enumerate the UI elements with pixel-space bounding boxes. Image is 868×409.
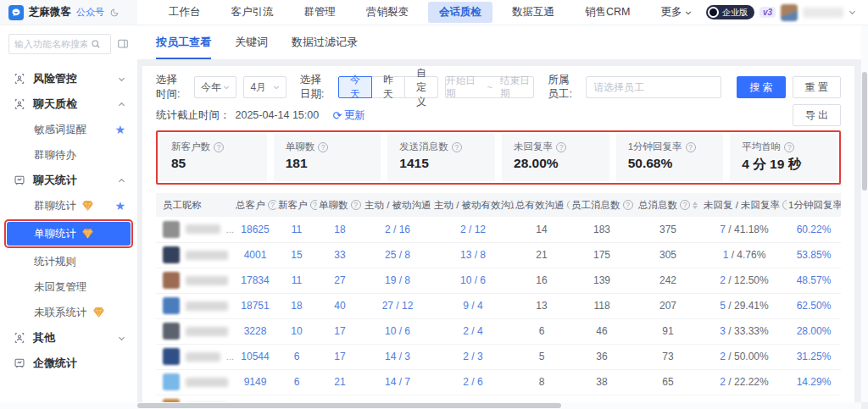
- star-icon[interactable]: ★: [114, 200, 125, 212]
- unreplied-count-value[interactable]: 2: [720, 376, 726, 388]
- new-customers-value[interactable]: 10: [291, 325, 302, 337]
- single-chats-value[interactable]: 33: [334, 249, 345, 261]
- nav-item-workbench[interactable]: 工作台: [158, 2, 212, 23]
- active-passive-value[interactable]: 10 / 6: [385, 325, 410, 337]
- nav-item-sales-crm[interactable]: 销售CRM: [574, 2, 641, 23]
- nav-item-customer-acquisition[interactable]: 客户引流: [220, 2, 285, 23]
- active-passive-value[interactable]: 2 / 16: [385, 224, 410, 235]
- new-customers-value[interactable]: 6: [294, 376, 300, 388]
- new-customers-value[interactable]: 18: [291, 300, 302, 312]
- one-min-reply-rate-value[interactable]: 60.22%: [797, 224, 832, 235]
- sidebar-item-unreplied-management[interactable]: 未回复管理: [0, 274, 137, 300]
- new-customers-value[interactable]: 6: [294, 351, 300, 362]
- sidebar-item-group-chat-stats[interactable]: 群聊统计 ★: [0, 193, 137, 218]
- today-button[interactable]: 今天: [338, 76, 372, 98]
- single-chats-value[interactable]: 17: [334, 325, 345, 337]
- one-min-reply-rate-value[interactable]: 62.50%: [797, 300, 832, 312]
- total-customers-value[interactable]: 9149: [244, 376, 267, 388]
- help-icon[interactable]: ?: [556, 142, 566, 152]
- active-passive-valid-value[interactable]: 9 / 4: [463, 300, 482, 312]
- year-select[interactable]: 今年: [194, 76, 237, 98]
- help-icon[interactable]: ?: [318, 142, 328, 152]
- one-min-reply-rate-value[interactable]: 31.25%: [797, 351, 832, 362]
- yesterday-button[interactable]: 昨天: [371, 76, 405, 98]
- help-icon[interactable]: ?: [268, 200, 277, 210]
- star-icon[interactable]: ★: [114, 124, 125, 135]
- dark-mode-icon[interactable]: [109, 8, 120, 18]
- help-icon[interactable]: ?: [623, 200, 633, 210]
- help-icon[interactable]: ?: [310, 200, 318, 210]
- help-icon[interactable]: ?: [567, 200, 570, 210]
- nav-item-data-interchange[interactable]: 数据互通: [501, 2, 565, 23]
- active-passive-value[interactable]: 25 / 8: [385, 249, 410, 261]
- sidebar-group-other[interactable]: 其他: [0, 325, 137, 351]
- single-chats-value[interactable]: 40: [334, 300, 345, 312]
- single-chats-value[interactable]: 18: [334, 224, 345, 235]
- help-icon[interactable]: ?: [214, 142, 224, 152]
- search-button[interactable]: 搜 索: [737, 76, 785, 98]
- active-passive-valid-value[interactable]: 2 / 12: [460, 224, 486, 235]
- vertical-scrollbar-thumb[interactable]: [862, 72, 867, 191]
- active-passive-value[interactable]: 14 / 7: [385, 376, 410, 388]
- nav-item-marketing-fission[interactable]: 营销裂变: [355, 2, 420, 23]
- tab-by-employee[interactable]: 按员工查看: [156, 35, 211, 59]
- unreplied-count-value[interactable]: 7: [720, 224, 726, 235]
- sidebar-group-chat-statistics[interactable]: 聊天统计: [0, 168, 137, 193]
- single-chats-value[interactable]: 21: [334, 376, 345, 388]
- month-select[interactable]: 4月: [243, 76, 287, 98]
- unreplied-count-value[interactable]: 5: [720, 300, 726, 312]
- vertical-scrollbar[interactable]: [861, 25, 868, 402]
- active-passive-valid-value[interactable]: 10 / 6: [460, 274, 486, 286]
- reset-button[interactable]: 重 置: [793, 76, 841, 98]
- horizontal-scrollbar[interactable]: [0, 402, 861, 409]
- one-min-reply-rate-value[interactable]: 48.57%: [797, 274, 832, 286]
- chevron-down-icon[interactable]: [849, 8, 856, 16]
- sidebar-group-chat-qc[interactable]: 聊天质检: [0, 91, 137, 117]
- sidebar-item-group-chat-todo[interactable]: 群聊待办: [0, 142, 137, 168]
- one-min-reply-rate-value[interactable]: 14.29%: [797, 376, 832, 388]
- sidebar-item-statistics-rules[interactable]: 统计规则: [0, 249, 137, 274]
- total-customers-value[interactable]: 17834: [241, 274, 269, 286]
- help-icon[interactable]: ?: [686, 142, 696, 152]
- tab-keywords[interactable]: 关键词: [235, 35, 268, 59]
- active-passive-valid-value[interactable]: 2 / 3: [463, 351, 482, 362]
- sidebar-item-single-chat-stats[interactable]: 单聊统计: [7, 222, 131, 246]
- single-chats-value[interactable]: 17: [334, 351, 345, 362]
- sidebar-item-uncontacted-stats[interactable]: 未联系统计: [0, 300, 137, 325]
- one-min-reply-rate-value[interactable]: 53.85%: [797, 249, 832, 261]
- active-passive-value[interactable]: 19 / 8: [385, 274, 410, 286]
- sidebar-search[interactable]: [8, 34, 111, 54]
- help-icon[interactable]: ?: [680, 200, 690, 210]
- new-customers-value[interactable]: 11: [292, 274, 302, 286]
- total-customers-value[interactable]: 4001: [244, 249, 267, 261]
- total-customers-value[interactable]: 3228: [244, 325, 267, 337]
- tab-data-filter-records[interactable]: 数据过滤记录: [292, 35, 358, 59]
- active-passive-value[interactable]: 27 / 12: [382, 300, 414, 312]
- help-icon[interactable]: ?: [351, 200, 361, 210]
- account-type-link[interactable]: 公众号: [76, 6, 104, 19]
- staff-select-input[interactable]: [586, 76, 721, 98]
- collapse-sidebar-icon[interactable]: [117, 38, 129, 50]
- single-chats-value[interactable]: 27: [334, 274, 345, 286]
- help-icon[interactable]: ?: [782, 200, 787, 210]
- active-passive-valid-value[interactable]: 2 / 6: [463, 376, 482, 388]
- search-input[interactable]: [14, 39, 87, 49]
- unreplied-count-value[interactable]: 3: [720, 325, 726, 337]
- total-customers-value[interactable]: 18751: [241, 300, 269, 312]
- search-icon[interactable]: [91, 39, 101, 49]
- sidebar-group-wework-stats[interactable]: 企微统计: [0, 351, 137, 376]
- total-customers-value[interactable]: 10544: [241, 351, 269, 362]
- one-min-reply-rate-value[interactable]: 28.00%: [797, 325, 832, 337]
- new-customers-value[interactable]: 15: [291, 249, 302, 261]
- nav-item-conversation-qc[interactable]: 会话质检: [428, 2, 492, 23]
- nav-item-more[interactable]: 更多: [649, 2, 703, 23]
- sidebar-group-risk-control[interactable]: 风险管控: [0, 66, 137, 91]
- active-passive-value[interactable]: 14 / 3: [385, 351, 410, 362]
- custom-button[interactable]: 自定义: [404, 76, 438, 98]
- unreplied-count-value[interactable]: 2: [720, 351, 726, 362]
- sidebar-item-sensitive-word-reminder[interactable]: 敏感词提醒 ★: [0, 117, 137, 142]
- help-icon[interactable]: ?: [784, 142, 794, 152]
- avatar[interactable]: [781, 4, 798, 21]
- date-range-input[interactable]: 开始日期 ~ 结束日期: [445, 76, 535, 98]
- active-passive-valid-value[interactable]: 13 / 8: [460, 249, 486, 261]
